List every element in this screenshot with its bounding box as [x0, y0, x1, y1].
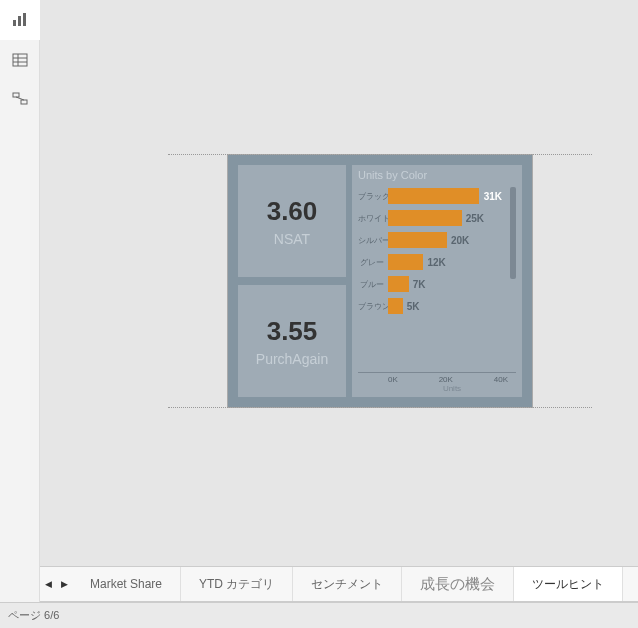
- category-label: シルバー: [358, 235, 388, 246]
- bar-fill: [388, 232, 447, 248]
- bar-track: 31K: [388, 188, 506, 204]
- svg-rect-8: [21, 100, 27, 104]
- bars-area: ブラック31Kホワイト25Kシルバー20Kグレー12Kブルー7Kブラウン5K: [358, 185, 506, 372]
- tab-next-button[interactable]: ▶: [56, 567, 72, 601]
- tab-tooltip[interactable]: ツールヒント: [514, 567, 623, 601]
- bar-track: 5K: [388, 298, 506, 314]
- bar-fill: [388, 188, 479, 204]
- bar-track: 12K: [388, 254, 506, 270]
- tab-sentiment[interactable]: センチメント: [293, 567, 402, 601]
- card-value: 3.60: [267, 196, 318, 227]
- report-canvas[interactable]: 3.60 NSAT Units by Color ブラック31Kホワイト25Kシ…: [40, 0, 638, 602]
- tab-prev-button[interactable]: ◀: [40, 567, 56, 601]
- bar-row: グレー12K: [358, 251, 506, 273]
- card-label: PurchAgain: [256, 351, 328, 367]
- category-label: ホワイト: [358, 213, 388, 224]
- bar-value-label: 5K: [407, 301, 420, 312]
- bar-fill: [388, 254, 423, 270]
- category-label: ブルー: [358, 279, 388, 290]
- purchagain-card[interactable]: 3.55 PurchAgain: [238, 285, 346, 397]
- page-indicator: ページ 6/6: [8, 608, 59, 623]
- tab-market-share[interactable]: Market Share: [72, 567, 181, 601]
- svg-rect-0: [13, 20, 16, 26]
- units-by-color-chart[interactable]: Units by Color ブラック31Kホワイト25Kシルバー20Kグレー1…: [352, 165, 522, 397]
- bar-value-label: 25K: [466, 213, 484, 224]
- status-bar: ページ 6/6: [0, 602, 638, 628]
- bar-fill: [388, 210, 462, 226]
- bar-fill: [388, 298, 403, 314]
- x-axis-label: Units: [358, 384, 516, 393]
- nsat-card[interactable]: 3.60 NSAT: [238, 165, 346, 277]
- svg-line-9: [16, 97, 24, 100]
- category-label: グレー: [358, 257, 388, 268]
- bar-row: ブルー7K: [358, 273, 506, 295]
- bar-value-label: 20K: [451, 235, 469, 246]
- chart-scrollbar[interactable]: [510, 187, 516, 279]
- category-label: ブラック: [358, 191, 388, 202]
- chart-title: Units by Color: [358, 169, 516, 181]
- page-tabs: ◀ ▶ Market Share YTD カテゴリ センチメント 成長の機会 ツ…: [40, 566, 638, 602]
- bar-row: シルバー20K: [358, 229, 506, 251]
- model-icon: [12, 92, 28, 108]
- bar-value-label: 31K: [484, 191, 502, 202]
- table-icon: [12, 52, 28, 68]
- svg-rect-7: [13, 93, 19, 97]
- report-view-button[interactable]: [0, 0, 40, 40]
- x-axis-ticks: 0K 20K 40K: [358, 372, 516, 384]
- bar-row: ブラウン5K: [358, 295, 506, 317]
- tab-ytd-category[interactable]: YTD カテゴリ: [181, 567, 293, 601]
- model-view-button[interactable]: [0, 80, 40, 120]
- svg-rect-3: [13, 54, 27, 66]
- view-sidebar: [0, 0, 40, 602]
- bar-track: 25K: [388, 210, 506, 226]
- bar-track: 7K: [388, 276, 506, 292]
- bar-track: 20K: [388, 232, 506, 248]
- card-label: NSAT: [274, 231, 310, 247]
- data-view-button[interactable]: [0, 40, 40, 80]
- card-value: 3.55: [267, 316, 318, 347]
- svg-rect-1: [18, 16, 21, 26]
- bar-fill: [388, 276, 409, 292]
- bar-chart-icon: [12, 12, 28, 28]
- category-label: ブラウン: [358, 301, 388, 312]
- tooltip-page-visual[interactable]: 3.60 NSAT Units by Color ブラック31Kホワイト25Kシ…: [227, 154, 533, 408]
- tab-growth[interactable]: 成長の機会: [402, 567, 514, 601]
- bar-value-label: 12K: [427, 257, 445, 268]
- bar-row: ブラック31K: [358, 185, 506, 207]
- svg-rect-2: [23, 13, 26, 26]
- bar-value-label: 7K: [413, 279, 426, 290]
- bar-row: ホワイト25K: [358, 207, 506, 229]
